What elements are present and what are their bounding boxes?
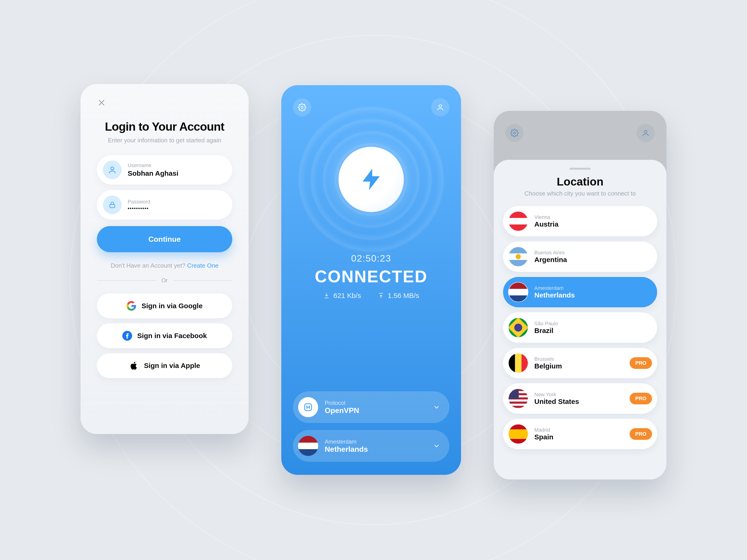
profile-button[interactable] (431, 98, 449, 116)
location-item-us[interactable]: New YorkUnited StatesPRO (503, 383, 657, 414)
sheet-handle[interactable] (570, 168, 591, 170)
power-button[interactable] (338, 147, 404, 212)
location-city: Amesterdam (325, 438, 368, 445)
location-country: Austria (534, 220, 558, 228)
password-field[interactable]: Password •••••••••• (97, 190, 232, 219)
connection-timer: 02:50:23 (293, 253, 449, 264)
upload-stat: 1.56 MB/s (378, 292, 419, 300)
google-signin-label: Sign in via Google (141, 302, 203, 310)
svg-point-0 (111, 167, 114, 170)
location-city: Brussels (534, 356, 562, 362)
location-item-argentina[interactable]: Buenos AiresArgentina (503, 241, 657, 272)
location-city: Madrid (534, 427, 553, 433)
pro-badge: PRO (629, 393, 652, 404)
location-country: United States (534, 398, 579, 405)
speed-stats: 621 Kb/s 1.56 MB/s (293, 292, 449, 300)
profile-button[interactable] (637, 124, 655, 142)
user-icon (642, 129, 650, 137)
login-subtitle: Enter your information to get started ag… (97, 137, 232, 144)
location-city: New York (534, 392, 579, 398)
continue-button[interactable]: Continue (97, 226, 232, 252)
upload-icon (378, 292, 384, 299)
argentina-flag-icon (508, 247, 528, 267)
facebook-signin-label: Sign in via Facebook (137, 332, 207, 340)
username-value: Sobhan Aghasi (128, 169, 178, 177)
location-city: Buenos Aires (534, 250, 567, 256)
facebook-icon (122, 331, 132, 341)
location-item-belgium[interactable]: BrusselsBelgiumPRO (503, 348, 657, 378)
us-flag-icon (508, 389, 528, 408)
close-icon[interactable] (97, 98, 106, 107)
austria-flag-icon (508, 211, 528, 231)
download-icon (323, 292, 330, 299)
svg-point-7 (644, 130, 647, 133)
download-value: 621 Kb/s (333, 292, 361, 300)
protocol-value: OpenVPN (325, 406, 359, 415)
location-title: Location (503, 175, 657, 188)
location-country: Netherlands (534, 291, 575, 299)
login-title: Login to Your Account (97, 120, 232, 133)
or-divider: Or (97, 277, 232, 284)
belgium-flag-icon (508, 353, 528, 373)
google-signin-button[interactable]: Sign in via Google (97, 294, 232, 318)
pro-badge: PRO (629, 357, 652, 369)
location-city: Amesterdam (534, 285, 575, 291)
settings-button[interactable] (293, 98, 311, 116)
location-country: Netherlands (325, 445, 368, 454)
username-label: Username (128, 162, 178, 168)
gear-icon (510, 129, 519, 137)
location-item-spain[interactable]: MadridSpainPRO (503, 419, 657, 449)
create-account-text: Don't Have an Account yet? (111, 262, 187, 269)
facebook-signin-button[interactable]: Sign in via Facebook (97, 323, 232, 348)
location-subtitle: Choose which city you want to connect to (503, 190, 657, 197)
location-screen: Location Choose which city you want to c… (494, 111, 667, 480)
svg-rect-1 (110, 205, 115, 208)
download-stat: 621 Kb/s (323, 292, 361, 300)
brazil-flag-icon (508, 318, 528, 338)
location-item-brazil[interactable]: São PauloBrazil (503, 313, 657, 343)
protocol-label: Protocol (325, 400, 359, 406)
gear-icon (298, 103, 306, 111)
location-selector[interactable]: Amesterdam Netherlands (293, 430, 449, 462)
connection-status: CONNECTED (293, 267, 449, 286)
user-icon (436, 103, 444, 111)
upload-value: 1.56 MB/s (388, 292, 419, 300)
google-icon (127, 301, 136, 311)
netherlands-flag-icon (508, 282, 528, 302)
bolt-icon (358, 167, 384, 192)
connected-screen: 02:50:23 CONNECTED 621 Kb/s 1.56 MB/s Pr… (281, 85, 461, 475)
location-country: Belgium (534, 362, 562, 370)
apple-signin-label: Sign in via Apple (144, 362, 200, 370)
protocol-selector[interactable]: Protocol OpenVPN (293, 391, 449, 423)
settings-button[interactable] (506, 124, 523, 142)
power-indicator (293, 119, 449, 240)
svg-point-3 (301, 106, 303, 108)
location-list: ViennaAustriaBuenos AiresArgentinaAmeste… (503, 206, 657, 449)
create-account-link[interactable]: Create One (187, 262, 218, 269)
pro-badge: PRO (629, 428, 652, 440)
netherlands-flag-icon (298, 436, 318, 456)
location-city: São Paulo (534, 321, 558, 327)
svg-point-4 (439, 105, 441, 107)
lock-icon (103, 195, 122, 214)
protocol-icon (298, 397, 318, 417)
chevron-down-icon (433, 442, 440, 450)
location-item-netherlands[interactable]: AmesterdamNetherlands (503, 277, 657, 307)
username-field[interactable]: Username Sobhan Aghasi (97, 155, 232, 185)
location-city: Vienna (534, 214, 558, 220)
location-country: Argentina (534, 256, 567, 264)
apple-icon (129, 361, 139, 371)
location-item-austria[interactable]: ViennaAustria (503, 206, 657, 236)
login-screen: Login to Your Account Enter your informa… (80, 84, 249, 434)
apple-signin-button[interactable]: Sign in via Apple (97, 353, 232, 378)
user-icon (103, 161, 122, 179)
spain-flag-icon (508, 424, 528, 444)
password-label: Password (128, 199, 150, 205)
password-value: •••••••••• (128, 206, 150, 211)
location-country: Brazil (534, 327, 558, 335)
location-sheet: Location Choose which city you want to c… (494, 160, 667, 480)
chevron-down-icon (433, 403, 440, 411)
create-account-row: Don't Have an Account yet? Create One (97, 262, 232, 269)
location-country: Spain (534, 433, 553, 441)
svg-point-6 (514, 132, 516, 134)
